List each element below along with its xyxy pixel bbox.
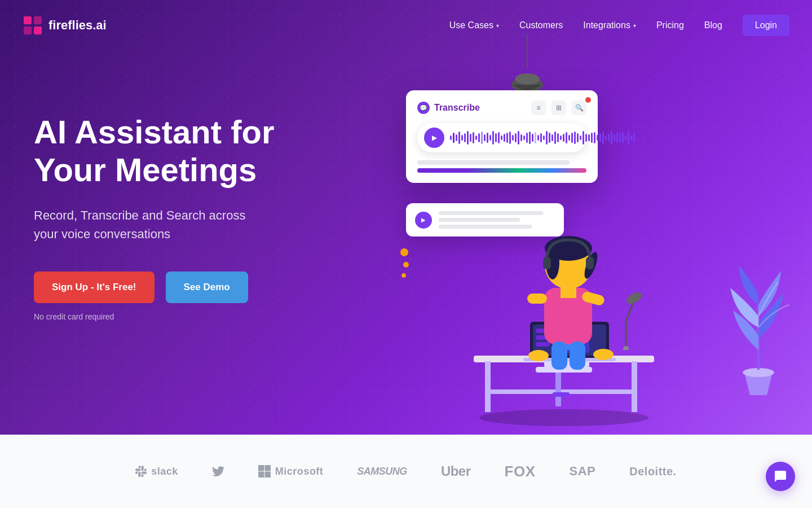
hero-section: fireflies.ai Use Cases ▾ Customers Integ… (0, 0, 812, 435)
signup-button[interactable]: Sign Up - It's Free! (34, 271, 155, 303)
svg-rect-26 (527, 294, 547, 304)
float-dot-1 (400, 248, 408, 256)
header: fireflies.ai Use Cases ▾ Customers Integ… (0, 0, 812, 51)
hero-left: AI Assistant for Your Meetings Record, T… (0, 0, 350, 435)
desk-lamp (609, 277, 643, 350)
svg-point-41 (625, 290, 643, 306)
svg-rect-34 (561, 287, 576, 298)
main-nav: Use Cases ▾ Customers Integrations ▾ Pri… (449, 15, 789, 36)
svg-rect-14 (553, 392, 570, 397)
hero-illustration: 💬 Transcribe ≡ ⊞ 🔍 ▶ (350, 34, 812, 429)
demo-button[interactable]: See Demo (166, 271, 248, 303)
svg-point-42 (623, 346, 629, 350)
svg-rect-1 (34, 16, 42, 24)
svg-rect-2 (24, 27, 32, 34)
svg-point-7 (479, 409, 648, 426)
brand-deloitte: Deloitte. (629, 465, 676, 478)
logo-icon (23, 15, 43, 36)
brand-uber: Uber (441, 463, 471, 479)
float-dot-2 (403, 262, 409, 268)
nav-integrations[interactable]: Integrations ▾ (583, 20, 636, 30)
brand-samsung: SAMSUNG (357, 466, 407, 478)
brand-fox: FOX (505, 463, 536, 480)
hero-headline: AI Assistant for Your Meetings (34, 113, 327, 189)
brand-sap: SAP (570, 464, 596, 479)
brand-slack: slack (135, 466, 178, 478)
hero-subtext: Record, Transcribe and Search across you… (34, 206, 327, 243)
plant (722, 237, 795, 395)
recording-indicator (585, 97, 591, 103)
svg-rect-23 (536, 342, 550, 347)
brands-bar: slack Microsoft SAMSUNG Uber FOX SAP Del… (0, 435, 812, 508)
list-icon: ≡ (531, 100, 546, 115)
brand-microsoft: Microsoft (258, 465, 324, 478)
svg-rect-13 (555, 373, 561, 406)
brand-twitter (212, 465, 224, 478)
svg-rect-0 (24, 16, 32, 24)
chevron-down-icon-2: ▾ (633, 23, 636, 29)
svg-rect-37 (551, 341, 567, 370)
svg-point-28 (528, 350, 549, 361)
nav-use-cases[interactable]: Use Cases ▾ (449, 20, 499, 30)
search-icon: 🔍 (572, 100, 586, 115)
svg-point-29 (593, 349, 614, 360)
float-dot-3 (401, 273, 406, 278)
nav-pricing[interactable]: Pricing (656, 20, 684, 30)
card-header: 💬 Transcribe ≡ ⊞ 🔍 (417, 100, 586, 115)
login-button[interactable]: Login (743, 15, 789, 36)
grid-icon: ⊞ (551, 100, 566, 115)
svg-rect-9 (485, 361, 491, 412)
logo-link[interactable]: fireflies.ai (23, 15, 107, 36)
logo-text: fireflies.ai (48, 18, 107, 33)
float-dots (400, 248, 409, 278)
svg-rect-3 (34, 27, 42, 34)
mini-play-button[interactable]: ▶ (415, 212, 432, 229)
no-credit-card-text: No credit card required (34, 312, 327, 321)
card-actions: ≡ ⊞ 🔍 (531, 100, 586, 115)
svg-point-6 (515, 73, 540, 85)
chat-bubble-button[interactable] (766, 462, 795, 491)
nav-customers[interactable]: Customers (519, 20, 563, 30)
svg-rect-36 (586, 257, 594, 269)
nav-blog[interactable]: Blog (704, 20, 722, 30)
chevron-down-icon: ▾ (496, 23, 499, 29)
svg-rect-35 (543, 257, 551, 269)
svg-rect-10 (632, 361, 637, 412)
speech-bubble-icon: 💬 (417, 102, 430, 114)
transcribe-label: 💬 Transcribe (417, 102, 480, 114)
hero-buttons: Sign Up - It's Free! See Demo (34, 271, 327, 303)
svg-rect-38 (570, 341, 585, 370)
